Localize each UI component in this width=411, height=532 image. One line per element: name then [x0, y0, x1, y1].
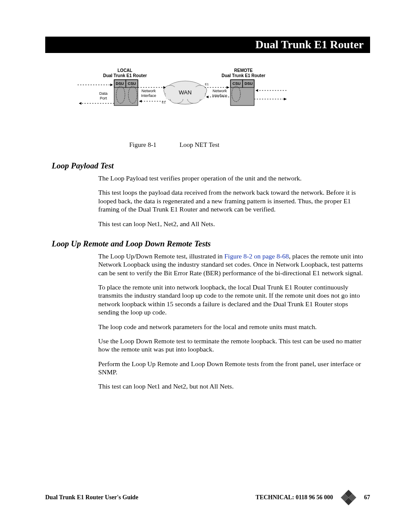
data-port-line1: Data: [99, 91, 107, 96]
section2-p6: This test can loop Net1 and Net2, but no…: [98, 382, 370, 390]
local-title: LOCAL: [118, 68, 132, 73]
local-netif-line2: Interface: [141, 93, 156, 98]
section2-p1: The Loop Up/Down Remote test, illustrate…: [98, 252, 370, 277]
section2-p2: To place the remote unit into network lo…: [98, 283, 370, 317]
section1-p2: This test loops the payload data receive…: [98, 188, 370, 213]
section1-p3: This test can loop Net1, Net2, and All N…: [98, 220, 370, 228]
section2-p3: The loop code and network parameters for…: [98, 323, 370, 331]
page-content: Loop Payload Test The Loop Payload test …: [52, 155, 370, 397]
remote-dsu: DSU: [244, 81, 252, 86]
local-subtitle: Dual Trunk E1 Router: [103, 73, 147, 78]
footer-technical: TECHNICAL: 0118 96 56 000: [255, 494, 333, 501]
section-heading-loop-remote: Loop Up Remote and Loop Down Remote Test…: [52, 239, 370, 249]
section-heading-loop-payload: Loop Payload Test: [52, 161, 370, 171]
diamond-logo-icon: [341, 490, 356, 505]
remote-netif-line1: Network: [212, 89, 227, 93]
local-csu: CSU: [128, 81, 136, 86]
footer-guide-title: Dual Trunk E1 Router User's Guide: [45, 494, 138, 501]
section2-p5: Perform the Loop Up Remote and Loop Down…: [98, 360, 370, 376]
figure-title: Loop NET Test: [180, 141, 220, 148]
remote-csu: CSU: [232, 81, 240, 86]
local-dsu: DSU: [115, 81, 124, 86]
data-port-line2: Port: [100, 96, 107, 100]
e1-label-top: E1: [205, 83, 209, 86]
remote-title: REMOTE: [234, 68, 253, 73]
footer-page-number: 67: [364, 494, 370, 501]
page-footer: Dual Trunk E1 Router User's Guide TECHNI…: [45, 490, 370, 505]
local-netif-line1: Network: [141, 89, 156, 93]
figure-number: Figure 8-1: [129, 141, 156, 148]
header-title: Dual Trunk E1 Router: [255, 38, 364, 51]
footer-right: TECHNICAL: 0118 96 56 000 67: [255, 490, 370, 505]
remote-netif-line2: Interface: [212, 93, 227, 98]
remote-subtitle: Dual Trunk E1 Router: [221, 73, 265, 78]
section2-p1a: The Loop Up/Down Remote test, illustrate…: [98, 252, 224, 260]
section1-p1: The Loop Payload test verifies proper op…: [98, 174, 370, 182]
figure-caption: Figure 8-1 Loop NET Test: [129, 141, 219, 149]
wan-label: WAN: [179, 89, 192, 96]
section2-p4: Use the Loop Down Remote test to termina…: [98, 337, 370, 354]
figure-8-2-link[interactable]: Figure 8-2 on page 8-68: [224, 252, 289, 260]
loop-net-diagram: LOCAL Dual Trunk E1 Router REMOTE Dual T…: [78, 67, 306, 118]
page-header: Dual Trunk E1 Router: [45, 37, 370, 53]
